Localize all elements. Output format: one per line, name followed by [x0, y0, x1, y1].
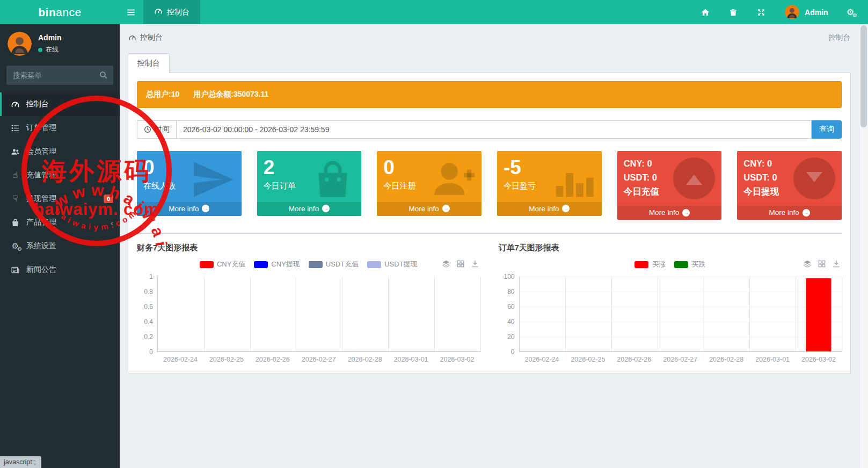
stat-box-body: 0今日注册 — [377, 151, 482, 202]
legend-label: USDT充值 — [326, 260, 359, 269]
stat-line: 今日充值 — [624, 184, 716, 198]
sidebar-user-status: 在线 — [38, 45, 62, 54]
arrow-circle-right-icon: → — [682, 209, 690, 217]
chart-tool-layers-icon[interactable] — [803, 260, 812, 268]
chart-tool-layers-icon[interactable] — [442, 260, 450, 268]
sidebar-item-label: 充值管理 — [26, 170, 56, 180]
total-balance-text: 用户总余额:350073.11 — [193, 90, 268, 99]
y-tick-label: 0.4 — [144, 318, 153, 326]
dashboard-icon — [154, 7, 163, 17]
sidebar-toggle-button[interactable] — [120, 0, 143, 24]
more-info-link[interactable]: More info → — [497, 202, 602, 216]
sidebar-item-充值管理[interactable]: ☝充值管理 — [0, 163, 120, 187]
navbar-left: 控制台 — [120, 0, 200, 24]
time-filter-addon: 时间 — [137, 120, 176, 139]
x-tick-label: 2026-02-27 — [657, 356, 703, 363]
breadcrumb: 控制台 控制台 — [120, 24, 859, 49]
stat-line: CNY: 0 — [743, 156, 835, 170]
chart-title: 财务7天图形报表 — [137, 243, 480, 253]
stat-box-body: 2今日订单 — [257, 151, 362, 202]
x-axis: 2026-02-242026-02-252026-02-262026-02-27… — [519, 356, 842, 363]
sidebar-badge: 0 — [104, 195, 113, 203]
date-range-input[interactable] — [176, 120, 812, 139]
dashboard-icon — [10, 99, 20, 110]
stat-box-今日注册: 0今日注册More info → — [377, 151, 482, 216]
page-scrollbar[interactable] — [859, 24, 868, 468]
breadcrumb-right-label[interactable]: 控制台 — [829, 33, 851, 42]
shopping-bag-icon — [10, 218, 20, 228]
navbar-user-menu[interactable]: Admin — [785, 5, 828, 19]
more-info-link[interactable]: More info → — [137, 202, 242, 216]
sidebar-item-控制台[interactable]: 控制台 — [0, 92, 120, 116]
online-status-label: 在线 — [46, 45, 59, 54]
sidebar-item-label: 控制台 — [26, 99, 49, 109]
legend-item[interactable]: 买跌 — [674, 260, 705, 269]
stat-box-body: CNY: 0USDT: 0今日充值 — [617, 151, 722, 206]
arrow-circle-right-icon: → — [202, 205, 209, 212]
sidebar-user-panel: Admin 在线 — [0, 24, 120, 64]
stat-value: -5 — [504, 156, 595, 179]
app-logo[interactable]: binance — [0, 0, 120, 24]
legend-item[interactable]: USDT充值 — [309, 260, 359, 269]
navbar-right: Admin ⚙⚙ — [701, 0, 868, 24]
y-tick-label: 40 — [507, 318, 514, 326]
users-icon — [10, 147, 20, 157]
more-info-link[interactable]: More info → — [257, 202, 362, 216]
stat-label: 今日订单 — [264, 181, 355, 191]
search-icon[interactable] — [99, 70, 108, 80]
query-button[interactable]: 查询 — [812, 120, 842, 139]
x-tick-label: 2026-02-28 — [342, 356, 388, 363]
time-filter: 时间 查询 — [137, 120, 842, 139]
avatar — [8, 32, 32, 56]
navbar-tab-console[interactable]: 控制台 — [143, 0, 200, 24]
y-tick-label: 20 — [507, 333, 514, 341]
chart-tool-download-icon[interactable] — [832, 260, 841, 268]
legend-item[interactable]: 买涨 — [634, 260, 666, 269]
legend-item[interactable]: USDT提现 — [367, 260, 417, 269]
scrollbar-thumb[interactable] — [860, 25, 867, 127]
y-tick-label: 0 — [149, 348, 153, 356]
home-icon[interactable] — [701, 8, 711, 17]
sidebar-item-订单管理[interactable]: 订单管理 — [0, 116, 120, 140]
sidebar-item-label: 新闻公告 — [26, 265, 56, 275]
stat-box-今日充值: CNY: 0USDT: 0今日充值More info → — [617, 151, 722, 220]
trash-icon[interactable] — [729, 8, 739, 17]
y-tick-label: 100 — [504, 273, 514, 280]
time-filter-label: 时间 — [155, 125, 170, 134]
y-tick-label: 1 — [149, 273, 153, 280]
sidebar: Admin 在线 控制台订单管理会员管理☝充值管理☟提现管理0产品管理‹⚙⚙系统… — [0, 24, 120, 468]
stat-box-body: CNY: 0USDT: 0今日提现 — [737, 151, 842, 206]
arrow-circle-right-icon: → — [562, 205, 570, 212]
x-tick-label: 2026-03-02 — [434, 356, 480, 363]
chart-tool-grid-icon[interactable] — [818, 260, 826, 268]
online-status-dot — [38, 48, 42, 52]
y-tick-label: 0 — [511, 348, 515, 356]
y-axis: 00.20.40.60.81 — [137, 277, 157, 352]
settings-gears-icon[interactable]: ⚙⚙ — [847, 8, 854, 17]
fullscreen-icon[interactable] — [757, 8, 767, 17]
x-tick-label: 2026-02-26 — [611, 356, 657, 363]
x-axis: 2026-02-242026-02-252026-02-262026-02-27… — [157, 356, 480, 363]
legend-item[interactable]: CNY充值 — [200, 260, 245, 269]
sidebar-item-提现管理[interactable]: ☟提现管理0 — [0, 187, 120, 211]
more-info-link[interactable]: More info → — [737, 206, 842, 220]
sidebar-item-系统设置[interactable]: ⚙⚙系统设置 — [0, 234, 120, 258]
legend-label: CNY充值 — [217, 260, 245, 269]
chart-tool-grid-icon[interactable] — [456, 260, 465, 268]
gears-icon: ⚙⚙ — [10, 241, 20, 251]
stat-value: 2 — [264, 156, 355, 179]
legend-swatch — [367, 261, 381, 268]
sidebar-user-name: Admin — [38, 33, 62, 42]
chart-tool-download-icon[interactable] — [471, 260, 479, 268]
sidebar-item-会员管理[interactable]: 会员管理 — [0, 140, 120, 163]
sidebar-item-产品管理[interactable]: 产品管理‹ — [0, 211, 120, 234]
bar-买涨-2026-03-02[interactable] — [806, 278, 831, 351]
tab-console[interactable]: 控制台 — [128, 53, 170, 73]
more-info-link[interactable]: More info → — [617, 206, 722, 220]
search-input[interactable] — [6, 66, 113, 85]
sidebar-item-新闻公告[interactable]: 新闻公告 — [0, 258, 120, 282]
charts-row: 财务7天图形报表CNY充值CNY提现USDT充值USDT提现00.20.40.6… — [137, 233, 842, 363]
legend-item[interactable]: CNY提现 — [254, 260, 300, 269]
more-info-link[interactable]: More info → — [377, 202, 482, 216]
chart-toolbar — [803, 260, 841, 268]
